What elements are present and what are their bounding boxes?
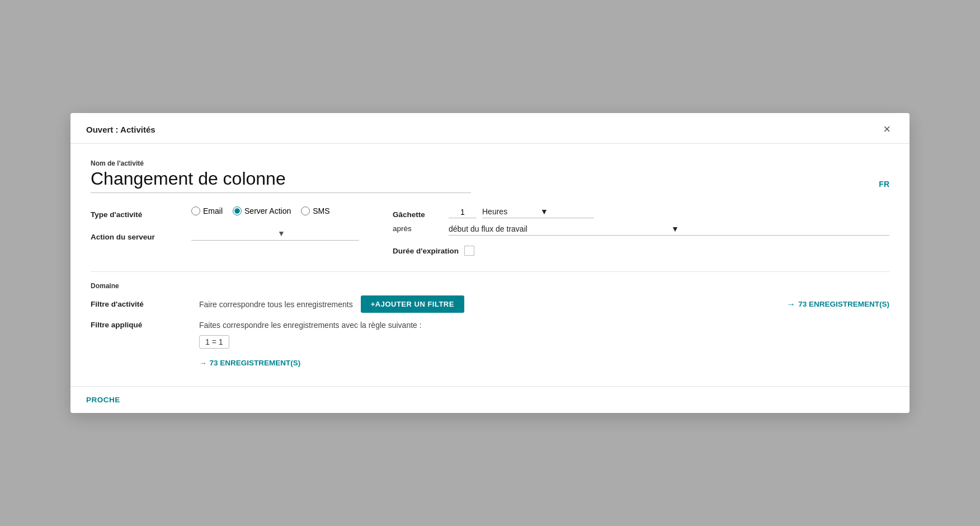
records-link-2[interactable]: → 73 ENREGISTREMENT(S) (199, 359, 422, 367)
add-filter-button[interactable]: +AJOUTER UN FILTRE (361, 295, 464, 313)
server-action-row: Action du serveur ▼ (91, 229, 359, 241)
radio-group: Email Server Action SMS (191, 206, 359, 215)
after-arrow: ▼ (671, 224, 889, 233)
lang-badge[interactable]: FR (879, 180, 889, 189)
trigger-unit-label: Heures (482, 207, 536, 216)
after-value-label: début du flux de travail (449, 224, 667, 233)
records-count-2: 73 ENREGISTREMENT(S) (210, 359, 301, 367)
radio-sms-input[interactable] (301, 206, 310, 215)
right-form-col: Gâchette Heures ▼ après début du flu (393, 206, 889, 256)
server-action-label: Action du serveur (91, 229, 191, 241)
expiry-checkbox[interactable] (464, 246, 474, 256)
applied-filter-content: Faites correspondre les enregistrements … (199, 321, 422, 367)
server-action-arrow: ▼ (277, 229, 359, 238)
radio-server-action-input[interactable] (233, 206, 242, 215)
radio-server-action[interactable]: Server Action (233, 206, 291, 215)
radio-email-label: Email (203, 206, 223, 215)
records-arrow-1: → (786, 299, 795, 309)
filter-activity-label: Filtre d'activité (91, 300, 191, 308)
trigger-row: Gâchette Heures ▼ (393, 206, 889, 219)
activity-name-value[interactable]: Changement de colonne (91, 168, 471, 193)
activity-name-label: Nom de l'activité (91, 159, 865, 167)
filter-match-text: Faire correspondre tous les enregistreme… (199, 300, 353, 309)
filter-activity-row: Filtre d'activité Faire correspondre tou… (91, 295, 889, 313)
radio-email-input[interactable] (191, 206, 200, 215)
modal-body: Nom de l'activité Changement de colonne … (70, 144, 910, 386)
close-button[interactable]: × (880, 122, 894, 137)
trigger-controls: Heures ▼ (449, 206, 889, 218)
type-label: Type d'activité (91, 206, 191, 219)
radio-server-action-label: Server Action (244, 206, 291, 215)
trigger-label: Gâchette (393, 206, 449, 219)
modal-title: Ouvert : Activités (86, 125, 156, 134)
after-label: après (393, 224, 449, 233)
radio-sms[interactable]: SMS (301, 206, 329, 215)
domain-label: Domaine (91, 282, 889, 290)
radio-sms-label: SMS (313, 206, 329, 215)
server-action-select[interactable]: ▼ (191, 229, 359, 241)
filter-badge: 1 = 1 (199, 335, 229, 349)
left-form-col: Type d'activité Email Server Action (91, 206, 359, 256)
applied-filter-desc: Faites correspondre les enregistrements … (199, 321, 422, 330)
radio-email[interactable]: Email (191, 206, 223, 215)
trigger-unit-select[interactable]: Heures ▼ (482, 207, 594, 218)
expiry-label: Durée d'expiration (393, 247, 459, 255)
applied-filter-row: Filtre appliqué Faites correspondre les … (91, 321, 889, 367)
domain-section: Domaine Filtre d'activité Faire correspo… (91, 282, 889, 367)
modal: Ouvert : Activités × Nom de l'activité C… (70, 113, 910, 413)
records-arrow-2: → (199, 359, 207, 367)
applied-filter-label: Filtre appliqué (91, 321, 191, 329)
expiry-row: Durée d'expiration (393, 246, 889, 256)
records-count-1: 73 ENREGISTREMENT(S) (798, 300, 889, 308)
type-row: Type d'activité Email Server Action (91, 206, 359, 219)
records-link-1[interactable]: → 73 ENREGISTREMENT(S) (786, 299, 889, 309)
activity-name-section: Nom de l'activité Changement de colonne … (91, 159, 889, 193)
after-select[interactable]: début du flux de travail ▼ (449, 224, 889, 236)
main-form: Type d'activité Email Server Action (91, 206, 889, 256)
close-footer-button[interactable]: PROCHE (86, 396, 120, 404)
trigger-unit-arrow: ▼ (540, 207, 594, 216)
divider (91, 271, 889, 272)
activity-name-field: Nom de l'activité Changement de colonne (91, 159, 865, 193)
modal-overlay: Ouvert : Activités × Nom de l'activité C… (0, 0, 980, 526)
trigger-value-input[interactable] (449, 206, 477, 218)
after-row: après début du flux de travail ▼ (393, 224, 889, 236)
modal-footer: PROCHE (70, 386, 910, 413)
modal-header: Ouvert : Activités × (70, 113, 910, 144)
